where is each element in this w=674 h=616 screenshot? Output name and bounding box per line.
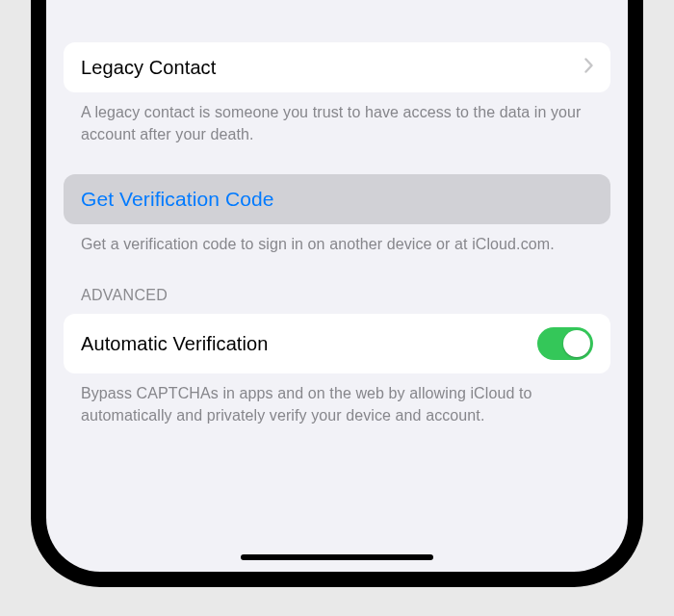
automatic-verification-row: Automatic Verification xyxy=(64,314,610,373)
home-indicator[interactable] xyxy=(241,554,433,560)
legacy-contact-group: Legacy Contact A legacy contact is someo… xyxy=(64,42,610,145)
advanced-header: ADVANCED xyxy=(64,287,610,314)
legacy-contact-label: Legacy Contact xyxy=(81,57,216,79)
get-verification-code-button[interactable]: Get Verification Code xyxy=(64,174,610,224)
verification-group: Get Verification Code Get a verification… xyxy=(64,174,610,256)
phone-bezel: Legacy Contact A legacy contact is someo… xyxy=(44,0,630,574)
automatic-verification-footer: Bypass CAPTCHAs in apps and on the web b… xyxy=(64,373,610,426)
automatic-verification-label: Automatic Verification xyxy=(81,333,269,355)
legacy-contact-footer: A legacy contact is someone you trust to… xyxy=(64,92,610,145)
chevron-right-icon xyxy=(584,58,593,77)
phone-screen: Legacy Contact A legacy contact is someo… xyxy=(46,0,628,572)
advanced-group: ADVANCED Automatic Verification Bypass C… xyxy=(64,287,610,426)
legacy-contact-row[interactable]: Legacy Contact xyxy=(64,42,610,92)
settings-content: Legacy Contact A legacy contact is someo… xyxy=(46,0,628,427)
phone-frame: Legacy Contact A legacy contact is someo… xyxy=(31,0,643,587)
automatic-verification-toggle[interactable] xyxy=(537,327,593,360)
verification-footer: Get a verification code to sign in on an… xyxy=(64,224,610,256)
get-verification-code-label: Get Verification Code xyxy=(81,188,274,211)
toggle-knob xyxy=(563,330,590,357)
